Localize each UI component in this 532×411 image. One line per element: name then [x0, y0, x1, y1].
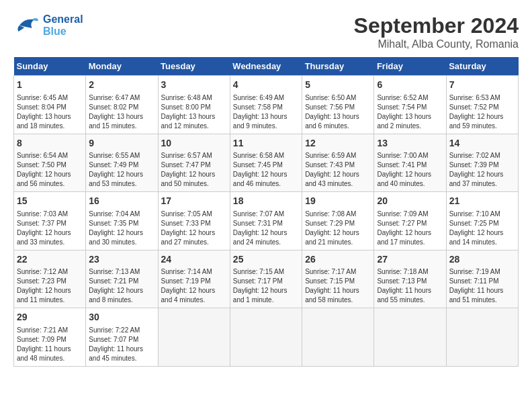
- day-number: 11: [233, 137, 299, 150]
- calendar-cell: 17Sunrise: 7:05 AM Sunset: 7:33 PM Dayli…: [158, 192, 230, 250]
- calendar-cell: 14Sunrise: 7:02 AM Sunset: 7:39 PM Dayli…: [446, 134, 518, 192]
- calendar-cell: 21Sunrise: 7:10 AM Sunset: 7:25 PM Dayli…: [446, 192, 518, 250]
- day-number: 16: [89, 195, 154, 208]
- day-info: Sunrise: 7:18 AM Sunset: 7:13 PM Dayligh…: [377, 267, 443, 305]
- column-header-thursday: Thursday: [302, 57, 374, 76]
- calendar-cell: 7Sunrise: 6:53 AM Sunset: 7:52 PM Daylig…: [446, 76, 518, 134]
- day-info: Sunrise: 7:00 AM Sunset: 7:41 PM Dayligh…: [377, 151, 443, 189]
- calendar-cell: 22Sunrise: 7:12 AM Sunset: 7:23 PM Dayli…: [14, 250, 86, 308]
- calendar-cell: 9Sunrise: 6:55 AM Sunset: 7:49 PM Daylig…: [86, 134, 158, 192]
- calendar-cell: 26Sunrise: 7:17 AM Sunset: 7:15 PM Dayli…: [302, 250, 374, 308]
- day-info: Sunrise: 6:58 AM Sunset: 7:45 PM Dayligh…: [233, 151, 299, 189]
- column-header-monday: Monday: [86, 57, 158, 76]
- calendar-cell: 8Sunrise: 6:54 AM Sunset: 7:50 PM Daylig…: [14, 134, 86, 192]
- calendar-cell: 23Sunrise: 7:13 AM Sunset: 7:21 PM Dayli…: [86, 250, 158, 308]
- day-info: Sunrise: 6:57 AM Sunset: 7:47 PM Dayligh…: [161, 151, 227, 189]
- day-info: Sunrise: 6:50 AM Sunset: 7:56 PM Dayligh…: [305, 93, 371, 131]
- day-number: 13: [377, 137, 443, 150]
- calendar-cell: 25Sunrise: 7:15 AM Sunset: 7:17 PM Dayli…: [230, 250, 302, 308]
- day-info: Sunrise: 7:09 AM Sunset: 7:27 PM Dayligh…: [377, 210, 443, 247]
- calendar-week-4: 22Sunrise: 7:12 AM Sunset: 7:23 PM Dayli…: [14, 250, 519, 308]
- column-header-sunday: Sunday: [14, 57, 86, 76]
- calendar-cell: 24Sunrise: 7:14 AM Sunset: 7:19 PM Dayli…: [158, 250, 230, 308]
- title-section: September 2024 Mihalt, Alba County, Roma…: [354, 13, 519, 50]
- calendar-cell: 2Sunrise: 6:47 AM Sunset: 8:02 PM Daylig…: [86, 76, 158, 134]
- calendar-cell: 28Sunrise: 7:19 AM Sunset: 7:11 PM Dayli…: [446, 250, 518, 308]
- logo-icon: [13, 15, 40, 36]
- calendar-cell: [374, 308, 446, 367]
- column-header-tuesday: Tuesday: [158, 57, 230, 76]
- calendar-cell: 4Sunrise: 6:49 AM Sunset: 7:58 PM Daylig…: [230, 76, 302, 134]
- day-number: 14: [449, 137, 515, 150]
- page-header: General Blue September 2024 Mihalt, Alba…: [13, 13, 519, 50]
- day-number: 26: [305, 253, 371, 267]
- day-number: 10: [161, 137, 227, 150]
- calendar-cell: 15Sunrise: 7:03 AM Sunset: 7:37 PM Dayli…: [14, 192, 86, 250]
- day-number: 27: [377, 253, 443, 267]
- day-number: 8: [17, 137, 83, 150]
- logo: General Blue: [13, 13, 83, 37]
- day-info: Sunrise: 6:45 AM Sunset: 8:04 PM Dayligh…: [17, 93, 83, 131]
- day-info: Sunrise: 6:49 AM Sunset: 7:58 PM Dayligh…: [233, 93, 299, 131]
- calendar-cell: 16Sunrise: 7:04 AM Sunset: 7:35 PM Dayli…: [86, 192, 158, 250]
- column-header-saturday: Saturday: [446, 57, 518, 76]
- day-info: Sunrise: 7:19 AM Sunset: 7:11 PM Dayligh…: [449, 267, 515, 305]
- calendar-header-row: SundayMondayTuesdayWednesdayThursdayFrid…: [14, 57, 519, 76]
- day-number: 30: [89, 311, 154, 324]
- day-info: Sunrise: 7:10 AM Sunset: 7:25 PM Dayligh…: [449, 210, 515, 247]
- calendar-cell: [302, 308, 374, 367]
- day-number: 2: [89, 79, 154, 92]
- day-number: 20: [377, 195, 443, 208]
- day-number: 18: [233, 195, 299, 208]
- calendar-cell: 30Sunrise: 7:22 AM Sunset: 7:07 PM Dayli…: [86, 308, 158, 367]
- day-number: 5: [305, 79, 371, 92]
- calendar-week-3: 15Sunrise: 7:03 AM Sunset: 7:37 PM Dayli…: [14, 192, 519, 250]
- location-subtitle: Mihalt, Alba County, Romania: [354, 38, 519, 50]
- calendar-cell: [446, 308, 518, 367]
- day-number: 4: [233, 79, 299, 92]
- day-info: Sunrise: 6:55 AM Sunset: 7:49 PM Dayligh…: [89, 151, 154, 189]
- day-info: Sunrise: 6:59 AM Sunset: 7:43 PM Dayligh…: [305, 151, 371, 189]
- calendar-cell: 29Sunrise: 7:21 AM Sunset: 7:09 PM Dayli…: [14, 308, 86, 367]
- calendar-cell: 12Sunrise: 6:59 AM Sunset: 7:43 PM Dayli…: [302, 134, 374, 192]
- day-info: Sunrise: 7:21 AM Sunset: 7:09 PM Dayligh…: [17, 326, 83, 363]
- calendar-week-2: 8Sunrise: 6:54 AM Sunset: 7:50 PM Daylig…: [14, 134, 519, 192]
- day-info: Sunrise: 7:12 AM Sunset: 7:23 PM Dayligh…: [17, 267, 83, 305]
- calendar-cell: 11Sunrise: 6:58 AM Sunset: 7:45 PM Dayli…: [230, 134, 302, 192]
- month-title: September 2024: [354, 13, 519, 38]
- day-info: Sunrise: 7:08 AM Sunset: 7:29 PM Dayligh…: [305, 210, 371, 247]
- calendar-cell: 6Sunrise: 6:52 AM Sunset: 7:54 PM Daylig…: [374, 76, 446, 134]
- day-number: 24: [161, 253, 227, 267]
- day-info: Sunrise: 7:04 AM Sunset: 7:35 PM Dayligh…: [89, 210, 154, 247]
- calendar-cell: 5Sunrise: 6:50 AM Sunset: 7:56 PM Daylig…: [302, 76, 374, 134]
- day-info: Sunrise: 7:02 AM Sunset: 7:39 PM Dayligh…: [449, 151, 515, 189]
- day-info: Sunrise: 7:03 AM Sunset: 7:37 PM Dayligh…: [17, 210, 83, 247]
- day-number: 29: [17, 311, 83, 324]
- day-info: Sunrise: 6:47 AM Sunset: 8:02 PM Dayligh…: [89, 93, 154, 131]
- calendar-cell: 20Sunrise: 7:09 AM Sunset: 7:27 PM Dayli…: [374, 192, 446, 250]
- day-number: 19: [305, 195, 371, 208]
- calendar-cell: 1Sunrise: 6:45 AM Sunset: 8:04 PM Daylig…: [14, 76, 86, 134]
- day-info: Sunrise: 6:52 AM Sunset: 7:54 PM Dayligh…: [377, 93, 443, 131]
- day-number: 22: [17, 253, 83, 267]
- calendar-cell: 10Sunrise: 6:57 AM Sunset: 7:47 PM Dayli…: [158, 134, 230, 192]
- calendar-cell: [230, 308, 302, 367]
- calendar-cell: 27Sunrise: 7:18 AM Sunset: 7:13 PM Dayli…: [374, 250, 446, 308]
- day-info: Sunrise: 6:53 AM Sunset: 7:52 PM Dayligh…: [449, 93, 515, 131]
- calendar-cell: 19Sunrise: 7:08 AM Sunset: 7:29 PM Dayli…: [302, 192, 374, 250]
- day-number: 7: [449, 79, 515, 92]
- day-info: Sunrise: 7:17 AM Sunset: 7:15 PM Dayligh…: [305, 267, 371, 305]
- calendar-table: SundayMondayTuesdayWednesdayThursdayFrid…: [13, 57, 519, 367]
- column-header-friday: Friday: [374, 57, 446, 76]
- day-number: 28: [449, 253, 515, 267]
- calendar-cell: 3Sunrise: 6:48 AM Sunset: 8:00 PM Daylig…: [158, 76, 230, 134]
- day-info: Sunrise: 7:15 AM Sunset: 7:17 PM Dayligh…: [233, 267, 299, 305]
- day-number: 21: [449, 195, 515, 208]
- calendar-week-5: 29Sunrise: 7:21 AM Sunset: 7:09 PM Dayli…: [14, 308, 519, 367]
- calendar-week-1: 1Sunrise: 6:45 AM Sunset: 8:04 PM Daylig…: [14, 76, 519, 134]
- day-number: 23: [89, 253, 154, 267]
- day-number: 6: [377, 79, 443, 92]
- day-info: Sunrise: 7:13 AM Sunset: 7:21 PM Dayligh…: [89, 267, 154, 305]
- day-number: 25: [233, 253, 299, 267]
- day-number: 12: [305, 137, 371, 150]
